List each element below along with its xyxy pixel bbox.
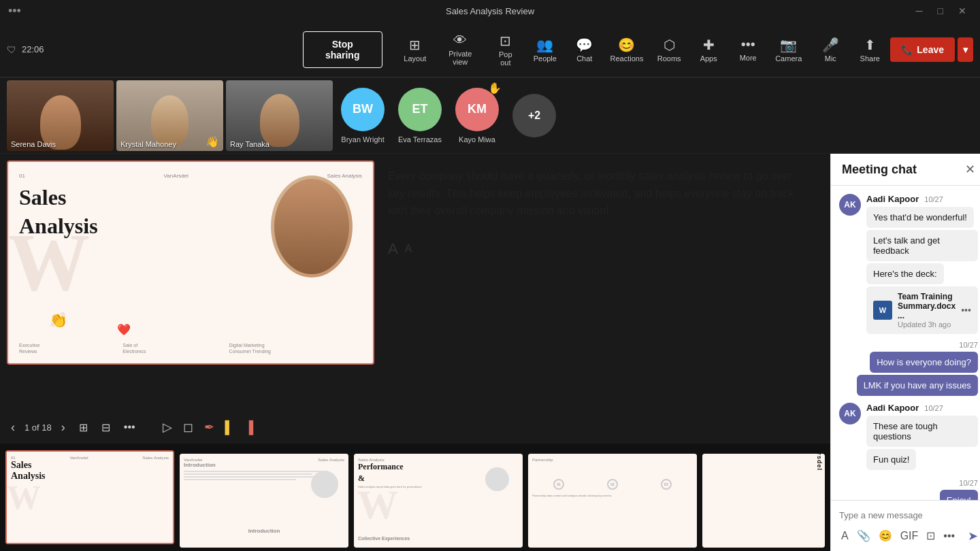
thumbnail-2[interactable]: VanArsdelSales Analysis Introduction Int… bbox=[180, 454, 348, 548]
camera-icon: 📷 bbox=[780, 37, 797, 53]
rooms-icon: ⬡ bbox=[664, 37, 675, 53]
participant-tile-krystal: Krystal Mahoney 👋 bbox=[116, 80, 223, 151]
mic-button[interactable]: 🎤 Mic bbox=[811, 33, 849, 67]
participant-name-bryan: Bryan Wright bbox=[341, 135, 384, 144]
phone-icon: 📞 bbox=[901, 44, 913, 55]
pop-out-label: Pop out bbox=[495, 50, 517, 67]
rooms-button[interactable]: ⬡ Rooms bbox=[650, 33, 688, 67]
thumb-slide-3: Sales Analysis W Performance & Sales ana… bbox=[354, 454, 523, 548]
participant-tile-serena: Serena Davis bbox=[7, 80, 114, 151]
thumbnail-4[interactable]: Partnership 01 02 03 Partnership data co… bbox=[528, 454, 697, 548]
annotation-tools: ▷ ◻ ✒ ▌ ▐ bbox=[159, 417, 258, 437]
maximize-button[interactable]: □ bbox=[932, 4, 949, 18]
chat-panel: Meeting chat ✕ AK Aadi Kapoor 10/27 Yes … bbox=[830, 154, 980, 551]
chat-icon: 💬 bbox=[576, 37, 593, 53]
thumb-3-avatar bbox=[485, 467, 509, 491]
bottom-label-2: Sale of bbox=[122, 343, 146, 348]
reactions-button[interactable]: 😊 Reactions bbox=[605, 33, 649, 67]
text-increase-icon[interactable]: A bbox=[388, 240, 398, 258]
participant-tile-plus[interactable]: +2 bbox=[507, 80, 561, 151]
thumbnail-1[interactable]: 01VanArsdelSales Analysis W Sales Analys… bbox=[5, 450, 174, 544]
chat-bubble-1-2: Let's talk and get feedback bbox=[866, 230, 978, 261]
highlight-button[interactable]: ▌ bbox=[221, 417, 238, 437]
slide-description-area: Every company should have a quarterly, o… bbox=[374, 161, 823, 411]
chat-time-4: 10/27 bbox=[959, 479, 978, 487]
word-icon: W bbox=[873, 301, 892, 320]
popout-icon: ⊡ bbox=[500, 33, 511, 49]
eraser-button[interactable]: ◻ bbox=[179, 417, 197, 437]
thumbnail-3[interactable]: Sales Analysis W Performance & Sales ana… bbox=[354, 454, 523, 548]
send-button[interactable]: ➤ bbox=[968, 529, 978, 544]
title-bar-menu[interactable]: ••• bbox=[8, 4, 21, 18]
chat-input[interactable] bbox=[839, 507, 978, 523]
more-chat-button[interactable]: ••• bbox=[941, 528, 957, 544]
sticker-button[interactable]: ⊡ bbox=[924, 527, 937, 544]
minimize-button[interactable]: ─ bbox=[911, 4, 928, 18]
window-controls[interactable]: ─ □ ✕ bbox=[911, 4, 972, 18]
heart-emoji: ❤️ bbox=[117, 323, 131, 336]
camera-button[interactable]: 📷 Camera bbox=[767, 33, 810, 67]
emoji-button[interactable]: 😊 bbox=[877, 527, 894, 544]
gif-button[interactable]: GIF bbox=[898, 528, 921, 544]
layout-button[interactable]: ⊞ Layout bbox=[396, 33, 434, 67]
chat-title: Meeting chat bbox=[842, 163, 917, 177]
people-button[interactable]: 👥 People bbox=[526, 33, 564, 67]
file-meta: Updated 3h ago bbox=[898, 320, 956, 329]
chat-bubble-3-2: Fun quiz! bbox=[866, 449, 916, 470]
participant-name-krystal: Krystal Mahoney bbox=[120, 140, 176, 148]
grid-view-button[interactable]: ⊞ bbox=[75, 418, 92, 437]
thumb-slide-4: Partnership 01 02 03 Partnership data co… bbox=[528, 454, 697, 548]
pen-button[interactable]: ✒ bbox=[200, 417, 218, 437]
presentation-area: 01 VanArsdel Sales Analysis W Sales Anal… bbox=[0, 154, 830, 551]
file-attachment[interactable]: W Team Training Summary.docx ... Updated… bbox=[866, 286, 978, 334]
stop-sharing-button[interactable]: Stop sharing bbox=[303, 31, 382, 68]
chat-button[interactable]: 💬 Chat bbox=[566, 33, 604, 67]
window-title: Sales Analysis Review bbox=[446, 6, 534, 16]
people-label: People bbox=[534, 54, 557, 63]
share-icon: ⬆ bbox=[864, 37, 876, 53]
apps-label: Apps bbox=[700, 54, 717, 63]
slide-bottom-item-1: Executive Reviews bbox=[19, 343, 39, 354]
apps-icon: ✚ bbox=[703, 37, 715, 53]
avatar-initials-eva: ET bbox=[412, 102, 427, 116]
thumb-slide-1: 01VanArsdelSales Analysis W Sales Analys… bbox=[7, 452, 173, 543]
slide-controls: ‹ 1 of 18 › ⊞ ⊟ ••• ▷ ◻ ✒ ▌ ▐ bbox=[0, 411, 830, 444]
slide-bottom-item-3: Digital Marketing Consumer Trending bbox=[229, 343, 271, 354]
chat-msg-header-3: Aadi Kapoor 10/27 bbox=[866, 403, 978, 413]
format-text-button[interactable]: A bbox=[839, 528, 851, 544]
next-slide-button[interactable]: › bbox=[57, 418, 69, 437]
apps-button[interactable]: ✚ Apps bbox=[689, 33, 728, 67]
pointer-button[interactable]: ▷ bbox=[159, 417, 176, 437]
avatar-initials-kayo: KM bbox=[468, 102, 487, 116]
rooms-label: Rooms bbox=[657, 54, 681, 63]
file-name: Team Training Summary.docx ... bbox=[898, 292, 956, 320]
private-view-button[interactable]: 👁 Private view bbox=[436, 29, 485, 70]
thumbnail-5[interactable]: Fabrikam - VanArsdel 5 bbox=[702, 454, 825, 548]
close-button[interactable]: ✕ bbox=[953, 4, 972, 18]
chat-label: Chat bbox=[576, 54, 592, 63]
thumb-1-title-1: Sales bbox=[11, 460, 169, 471]
chat-close-button[interactable]: ✕ bbox=[965, 162, 975, 177]
text-decrease-icon[interactable]: A bbox=[405, 243, 412, 255]
marker-button[interactable]: ▐ bbox=[240, 417, 257, 437]
share-button[interactable]: ⬆ Share bbox=[851, 33, 889, 67]
file-more-button[interactable]: ••• bbox=[961, 305, 971, 316]
chat-bubble-2-1: How is everyone doing? bbox=[870, 352, 978, 373]
thumb-4-chart: 01 02 03 bbox=[532, 479, 693, 490]
plus-badge: +2 bbox=[512, 94, 556, 137]
chat-time-2: 10/27 bbox=[959, 341, 978, 349]
chat-header: Meeting chat ✕ bbox=[831, 154, 980, 186]
file-info: Team Training Summary.docx ... Updated 3… bbox=[898, 292, 956, 329]
leave-button[interactable]: 📞 Leave bbox=[890, 37, 955, 62]
leave-dropdown-button[interactable]: ▾ bbox=[958, 37, 973, 62]
share-label: Share bbox=[860, 54, 880, 63]
thumb-2-subtitle: Introduction bbox=[248, 528, 280, 534]
thumbnail-toggle-button[interactable]: ⊟ bbox=[97, 418, 114, 437]
more-options-button[interactable]: ••• bbox=[120, 418, 140, 436]
more-button[interactable]: ••• More bbox=[729, 33, 767, 66]
pop-out-button[interactable]: ⊡ Pop out bbox=[487, 29, 525, 71]
prev-slide-button[interactable]: ‹ bbox=[7, 418, 19, 437]
participant-tile-bryan: BW Bryan Wright bbox=[336, 80, 390, 151]
attach-button[interactable]: 📎 bbox=[855, 527, 872, 544]
thumb-slide-5: Fabrikam - VanArsdel bbox=[702, 454, 825, 548]
